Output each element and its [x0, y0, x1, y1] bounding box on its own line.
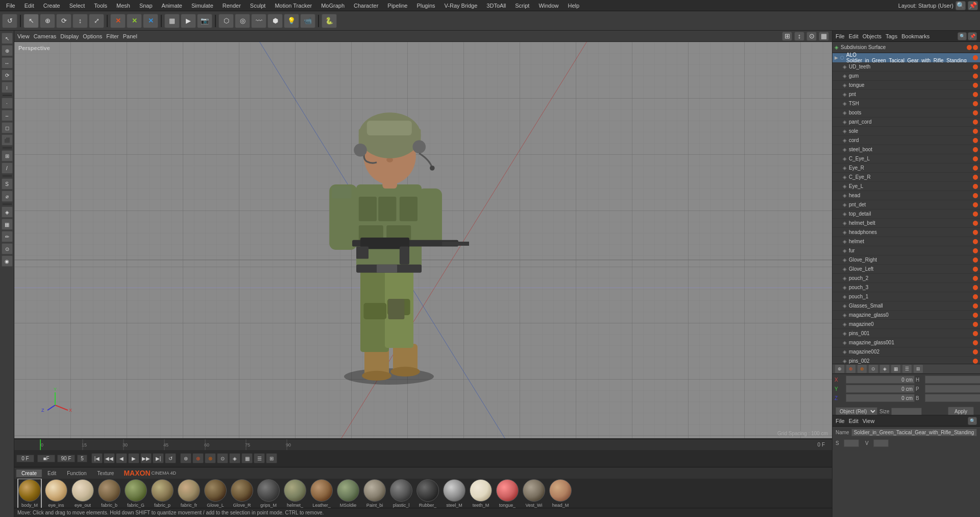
coord-h-input[interactable] — [925, 375, 980, 384]
scene-item-glove-left[interactable]: ◈Glove_Left — [832, 265, 980, 274]
timeline-extra1[interactable]: ⊛ — [180, 453, 191, 463]
left-tool-smooth[interactable]: S — [2, 178, 13, 190]
menu-item-edit[interactable]: Edit — [20, 2, 38, 10]
menu-item-sculpt[interactable]: Sculpt — [246, 2, 270, 10]
viewport-panel-menu[interactable]: Panel — [123, 33, 137, 39]
left-tool-move[interactable]: ⊕ — [2, 45, 13, 56]
mat-item-glove-r[interactable]: Glove_R — [230, 479, 254, 508]
timeline-play-field[interactable]: ■F — [37, 455, 55, 462]
name-input[interactable] — [851, 429, 977, 436]
mat-item-eye-ins[interactable]: eye_ins — [44, 479, 68, 508]
menu-item-animate[interactable]: Animate — [158, 2, 186, 10]
select-tool-btn[interactable]: ⊕ — [40, 14, 55, 28]
timeline-extra6[interactable]: ▦ — [241, 453, 253, 463]
left-tool-knife[interactable]: ✏ — [2, 231, 13, 242]
coord-x-input[interactable] — [846, 375, 915, 384]
x-mode-btn[interactable]: ✕ — [110, 14, 126, 28]
viewport-icon-1[interactable]: ⊞ — [782, 32, 792, 41]
scene-item-helmet[interactable]: ◈helmet — [832, 237, 980, 246]
timeline-extra5[interactable]: ◈ — [229, 453, 240, 463]
z-mode-btn[interactable]: ✕ — [143, 14, 158, 28]
coords-btn4[interactable]: ⊙ — [868, 364, 878, 373]
mat-item-leather[interactable]: Leather_ — [309, 479, 334, 508]
right-pin-btn[interactable]: 📌 — [968, 32, 977, 40]
br-menu-file[interactable]: File — [836, 418, 845, 424]
scene-item-eye-r[interactable]: ◈Eye_R — [832, 163, 980, 173]
camera-btn[interactable]: 📹 — [300, 14, 315, 28]
nurbs-btn[interactable]: ◎ — [235, 14, 250, 28]
viewport-view-menu[interactable]: View — [17, 33, 30, 39]
menu-item-tools[interactable]: Tools — [90, 2, 111, 10]
scene-item-mag-glass001[interactable]: ◈magazine_glass001 — [832, 338, 980, 347]
scene-item-tongue[interactable]: ◈tongue — [832, 81, 980, 90]
scene-item-ud-teeth[interactable]: ◈UD_teeth — [832, 62, 980, 72]
mat-item-fabric-b[interactable]: fabric_b — [97, 479, 121, 508]
viewport-icon-4[interactable]: ▦ — [819, 32, 829, 41]
timeline-goto-start[interactable]: |◀ — [91, 453, 103, 463]
mat-item-rubber[interactable]: Rubber_ — [415, 479, 440, 508]
br-search-btn[interactable]: 🔍 — [968, 417, 977, 425]
scene-item-top-detail[interactable]: ◈top_detail — [832, 209, 980, 219]
viewport-icon-2[interactable]: ↕ — [794, 32, 804, 41]
mat-item-body-m[interactable]: body_M — [17, 479, 42, 508]
timeline-fps[interactable]: 5 — [77, 455, 87, 462]
scene-item-sole[interactable]: ◈sole — [832, 127, 980, 136]
scene-item-mag0[interactable]: ◈magazine0 — [832, 320, 980, 329]
left-tool-transform[interactable]: ↕ — [2, 82, 13, 93]
scene-item-eye-l[interactable]: ◈Eye_L — [832, 182, 980, 191]
timeline-extra3[interactable]: ⊛ — [205, 453, 216, 463]
br-menu-view[interactable]: View — [863, 418, 875, 424]
render-to-pic-btn[interactable]: 📷 — [197, 14, 212, 28]
viewport-display-menu[interactable]: Display — [60, 33, 79, 39]
br-menu-edit[interactable]: Edit — [849, 418, 859, 424]
mat-item-glove-l[interactable]: Glove_L — [203, 479, 228, 508]
subdivision-row[interactable]: ◈ Subdivision Surface — [832, 42, 980, 53]
menu-item-3dtoall[interactable]: 3DToAll — [482, 2, 510, 10]
coords-btn6[interactable]: ▦ — [891, 364, 901, 373]
cube-btn[interactable]: ⬡ — [218, 14, 234, 28]
timeline-loop[interactable]: ↺ — [165, 453, 176, 463]
scene-item-boots[interactable]: ◈boots — [832, 108, 980, 118]
timeline-end-input[interactable]: 90 F — [57, 455, 75, 462]
spline-btn[interactable]: 〰 — [251, 14, 266, 28]
left-tool-bend[interactable]: ⌀ — [2, 191, 13, 202]
left-tool-poly[interactable]: ◻ — [2, 122, 13, 133]
coord-b-input[interactable] — [925, 394, 980, 402]
mat-tab-create[interactable]: Create — [16, 469, 42, 477]
viewport-options-menu[interactable]: Options — [83, 33, 102, 39]
mat-tab-edit[interactable]: Edit — [42, 469, 61, 477]
timeline-extra7[interactable]: ☰ — [254, 453, 265, 463]
menu-item-help[interactable]: Help — [564, 2, 584, 10]
coords-btn7[interactable]: ☰ — [902, 364, 912, 373]
undo-btn[interactable]: ↺ — [2, 14, 17, 28]
left-tool-object[interactable]: ⬛ — [2, 134, 13, 146]
deform-btn[interactable]: ⬢ — [267, 14, 283, 28]
menu-item-mograph[interactable]: MoGraph — [317, 2, 349, 10]
timeline-play-fwd[interactable]: ▶ — [128, 453, 139, 463]
timeline-frame-input[interactable]: 0 F — [16, 455, 34, 462]
scene-item-head[interactable]: ◈head — [832, 191, 980, 200]
left-tool-extrude[interactable]: ⊙ — [2, 243, 13, 254]
scene-item-glasses-small[interactable]: ◈Glasses_Small — [832, 301, 980, 311]
v-input[interactable] — [873, 439, 889, 447]
menu-item-render[interactable]: Render — [218, 2, 245, 10]
scene-item-pouch2[interactable]: ◈pouch_2 — [832, 274, 980, 283]
right-menu-edit[interactable]: Edit — [849, 33, 859, 39]
right-search-btn[interactable]: 🔍 — [958, 32, 967, 40]
move-tool-btn[interactable]: ↖ — [23, 14, 39, 28]
menu-item-select[interactable]: Select — [65, 2, 89, 10]
menu-item-snap[interactable]: Snap — [135, 2, 157, 10]
render-btn[interactable]: ▶ — [181, 14, 196, 28]
viewport-cameras-menu[interactable]: Cameras — [34, 33, 57, 39]
timeline-goto-end[interactable]: ▶| — [153, 453, 164, 463]
mat-item-tongue[interactable]: tongue_ — [495, 479, 520, 508]
layout-search-btn[interactable]: 🔍 — [955, 1, 966, 10]
menu-item-file[interactable]: File — [2, 2, 19, 10]
mat-item-msoldier[interactable]: MSoldie — [336, 479, 360, 508]
light-btn[interactable]: 💡 — [284, 14, 299, 28]
coords-btn3[interactable]: ⊛ — [857, 364, 867, 373]
right-menu-bookmarks[interactable]: Bookmarks — [901, 33, 929, 39]
menu-item-vray[interactable]: V-Ray Bridge — [440, 2, 482, 10]
mat-item-grips[interactable]: grips_M — [256, 479, 281, 508]
coords-btn8[interactable]: ⊞ — [913, 364, 923, 373]
